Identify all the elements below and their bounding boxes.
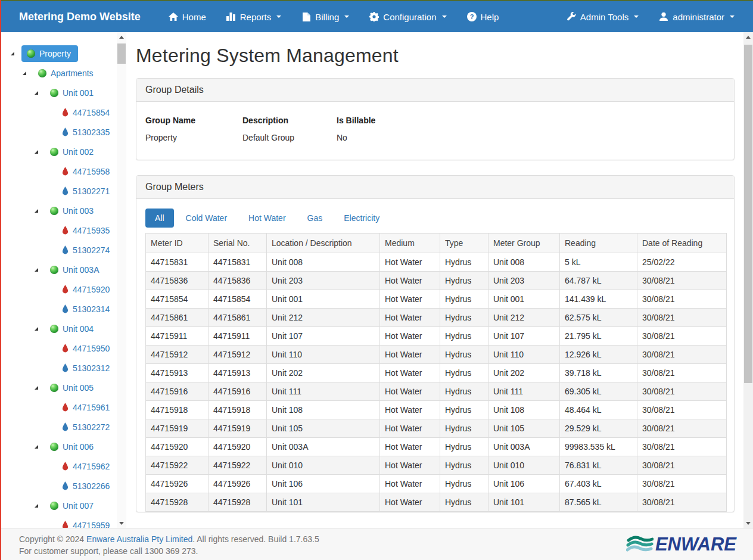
tree-node-label[interactable]: Unit 007 [45,498,98,514]
tree-expander-icon[interactable] [35,268,38,272]
hot-droplet-icon [62,462,69,471]
sidebar-scrollbar-thumb[interactable] [117,43,126,64]
cell-serial-no: 44715831 [209,253,267,272]
nav-item-home[interactable]: Home [158,1,216,32]
green-orb-icon [50,207,58,215]
tree-expander-icon[interactable] [23,71,26,75]
tree-node-property: Property [11,43,126,63]
tree-node-label[interactable]: Property [21,45,78,62]
cell-medium: Hot Water [380,493,440,512]
tree-node-label[interactable]: 44715961 [57,400,114,415]
tree-node-label[interactable]: 44715854 [57,105,114,120]
tree-node-apartments: Apartments [11,63,126,83]
scroll-down-icon[interactable] [117,518,126,528]
cell-reading: 48.464 kL [560,401,637,419]
tree-expander-icon[interactable] [35,445,38,449]
tree-expander-icon[interactable] [35,386,38,390]
cell-location-description: Unit 110 [267,346,380,364]
tree-node-label[interactable]: 44715959 [57,518,114,528]
tree-expander-icon[interactable] [35,504,38,508]
left-edge-line [0,0,1,560]
green-orb-icon [27,49,35,58]
cell-type: Hydrus [440,253,488,272]
nav-item-admin-tools[interactable]: Admin Tools [556,1,649,32]
tree-expander-icon[interactable] [35,150,38,154]
tree-expander-icon[interactable] [35,91,38,95]
cell-medium: Hot Water [380,475,440,493]
nav-item-billing[interactable]: Billing [291,1,359,32]
tree-node-label[interactable]: Unit 001 [45,85,98,101]
cell-meter-id: 44715854 [146,290,209,309]
cell-type: Hydrus [440,327,488,346]
cell-medium: Hot Water [380,401,440,419]
tree-node-label[interactable]: Unit 002 [45,144,98,160]
caret-down-icon [634,15,639,18]
cell-date-of-reading: 30/08/21 [637,346,727,364]
tree-node-label[interactable]: 51302312 [57,360,114,376]
nav-item-administrator[interactable]: administrator [649,1,745,32]
main-scrollbar[interactable] [743,32,753,528]
tab-electricity[interactable]: Electricity [334,209,389,228]
tree-node-label[interactable]: 44715958 [57,164,114,179]
footer: Copyright © 2024 Enware Australia Pty Li… [0,528,753,560]
cell-reading: 64.787 kL [560,272,637,290]
cell-date-of-reading: 30/08/21 [637,475,727,493]
sidebar-scrollbar[interactable] [117,32,126,528]
cell-medium: Hot Water [380,382,440,401]
cell-type: Hydrus [440,456,488,475]
tree-node-label[interactable]: Unit 004 [45,321,98,337]
tab-gas[interactable]: Gas [298,209,332,228]
cell-reading: 21.795 kL [560,327,637,346]
caret-down-icon [730,15,735,18]
cell-location-description: Unit 107 [267,327,380,346]
tree-node-label[interactable]: 44715950 [57,341,114,356]
tree-node-label[interactable]: Unit 005 [45,380,98,396]
tree-node-label[interactable]: Unit 003A [45,262,104,278]
cell-medium: Hot Water [380,272,440,290]
table-row: 4471591344715913Unit 202Hot WaterHydrusU… [146,364,727,382]
main-scrollbar-thumb[interactable] [744,45,752,383]
tree-node-unit-004: Unit 004 [11,319,126,338]
group-details-heading: Group Details [136,79,734,102]
tree-node-label[interactable]: 51302271 [57,183,114,199]
wrench-icon [567,12,576,21]
tree-node-label[interactable]: 51302272 [57,419,114,435]
bar-chart-icon [226,12,236,21]
scroll-down-icon[interactable] [743,518,753,528]
cell-location-description: Unit 212 [267,309,380,327]
tree-node-label[interactable]: 44715962 [57,459,114,474]
nav-item-configuration[interactable]: Configuration [359,1,456,32]
tree-expander-icon[interactable] [35,327,38,331]
tab-all[interactable]: All [145,209,174,228]
cell-date-of-reading: 30/08/21 [637,438,727,456]
cell-date-of-reading: 25/02/22 [637,253,727,272]
nav-item-help[interactable]: ?Help [457,1,509,32]
cell-meter-id: 44715831 [146,253,209,272]
cell-location-description: Unit 003A [267,438,380,456]
cell-meter-group: Unit 212 [488,309,560,327]
tab-hot-water[interactable]: Hot Water [239,209,295,228]
cell-meter-group: Unit 108 [488,401,560,419]
medium-filter-tabs: AllCold WaterHot WaterGasElectricity [145,209,725,228]
tree-node-label[interactable]: 51302314 [57,301,114,317]
tree-expander-icon[interactable] [11,52,14,55]
company-link[interactable]: Enware Australia Pty Limited [86,534,192,544]
cell-medium: Hot Water [380,253,440,272]
tab-cold-water[interactable]: Cold Water [176,209,237,228]
tree-expander-icon[interactable] [35,209,38,213]
tree-node-label[interactable]: Apartments [33,66,98,81]
file-icon [301,12,311,21]
caret-down-icon [344,15,349,18]
navbar-brand[interactable]: Metering Demo Website [0,11,158,23]
tree-node-label[interactable]: Unit 003 [45,203,98,219]
tree-node-label[interactable]: 44715920 [57,282,114,297]
tree-node-label[interactable]: 51302335 [57,125,114,140]
tree-node-label[interactable]: 44715935 [57,223,114,238]
tree-node-label[interactable]: 51302274 [57,242,114,258]
scroll-up-icon[interactable] [743,32,753,42]
tree-node-label[interactable]: 51302266 [57,478,114,494]
tree-node-label[interactable]: Unit 006 [45,439,98,455]
scroll-up-icon[interactable] [117,32,126,42]
nav-item-reports[interactable]: Reports [216,1,292,32]
cell-medium: Hot Water [380,438,440,456]
